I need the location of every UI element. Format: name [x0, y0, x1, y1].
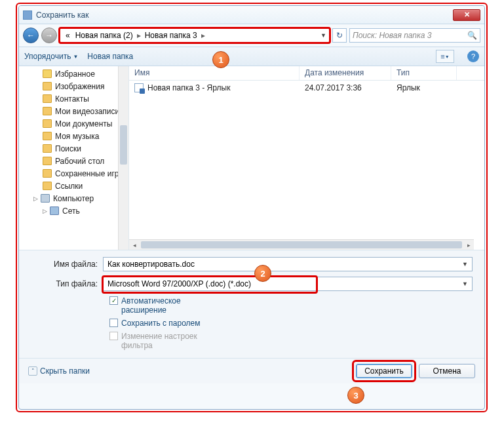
- breadcrumb-part[interactable]: Новая папка 3: [142, 31, 200, 40]
- sidebar-item-favorites[interactable]: Избранное: [19, 68, 128, 80]
- file-list: Имя Дата изменения Тип Новая папка 3 - Я…: [129, 66, 484, 250]
- column-type[interactable]: Тип: [391, 66, 457, 80]
- shortcut-icon: [134, 83, 144, 92]
- refresh-button[interactable]: ↻: [332, 28, 347, 43]
- sidebar-item-music[interactable]: Моя музыка: [19, 130, 128, 142]
- sidebar-item-desktop[interactable]: Рабочий стол: [19, 155, 128, 167]
- filetype-select[interactable]: Microsoft Word 97/2000/XP (.doc) (*.doc)…: [103, 277, 473, 291]
- footer: ˄ Скрыть папки Сохранить Отмена: [19, 358, 484, 383]
- dropdown-icon[interactable]: ▼: [462, 261, 468, 267]
- sidebar-item-contacts[interactable]: Контакты: [19, 92, 128, 105]
- filename-input[interactable]: Как конвертировать.doc ▼: [103, 257, 473, 271]
- save-as-dialog: Сохранить как ✕ ← → « Новая папка (2) ▸ …: [18, 5, 485, 410]
- chevron-right-icon: ▸: [136, 31, 142, 40]
- folder-icon: [43, 119, 52, 128]
- toolbar: Упорядочить▼ Новая папка ≡ ▼ ?: [19, 47, 484, 66]
- search-icon: 🔍: [467, 31, 477, 40]
- sidebar-item-network[interactable]: ▷Сеть: [19, 205, 128, 217]
- star-icon: [43, 69, 52, 78]
- horizontal-scrollbar[interactable]: ◂ ▸: [129, 239, 474, 250]
- folder-icon: [43, 157, 52, 165]
- chevron-up-icon: ˄: [28, 366, 37, 376]
- sidebar-item-searches[interactable]: Поиски: [19, 142, 128, 155]
- save-password-checkbox[interactable]: Сохранить с паролем: [109, 319, 473, 328]
- titlebar: Сохранить как ✕: [19, 6, 484, 24]
- folder-icon: [43, 169, 52, 178]
- sidebar-scrollbar[interactable]: [118, 66, 128, 250]
- breadcrumb-dropdown-icon[interactable]: ▼: [320, 32, 326, 39]
- sidebar-item-videos[interactable]: Мои видеозаписи: [19, 105, 128, 117]
- folder-icon: [43, 94, 52, 103]
- cancel-button[interactable]: Отмена: [419, 364, 475, 378]
- search-input[interactable]: Поиск: Новая папка 3 🔍: [349, 28, 480, 43]
- expand-icon[interactable]: ▷: [43, 208, 47, 214]
- sidebar-item-links[interactable]: Ссылки: [19, 180, 128, 192]
- sidebar-item-saved-games[interactable]: Сохраненные игр: [19, 167, 128, 180]
- computer-icon: [41, 194, 50, 203]
- annotation-badge-1: 1: [212, 51, 229, 68]
- hide-folders-button[interactable]: ˄ Скрыть папки: [28, 366, 90, 376]
- column-date[interactable]: Дата изменения: [300, 66, 391, 80]
- column-name[interactable]: Имя: [129, 66, 300, 80]
- dropdown-icon[interactable]: ▼: [462, 281, 468, 287]
- breadcrumb-part[interactable]: Новая папка (2): [73, 31, 136, 40]
- scrollbar-thumb[interactable]: [120, 125, 127, 165]
- sidebar: Избранное Изображения Контакты Мои видео…: [19, 66, 129, 250]
- sidebar-item-computer[interactable]: ▷Компьютер: [19, 192, 128, 205]
- app-icon: [23, 10, 32, 20]
- sidebar-item-documents[interactable]: Мои документы: [19, 117, 128, 130]
- breadcrumb-prefix: «: [63, 31, 73, 40]
- annotation-badge-2: 2: [254, 265, 271, 282]
- help-button[interactable]: ?: [467, 50, 479, 62]
- form-area: Имя файла: Как конвертировать.doc ▼ Тип …: [19, 250, 484, 358]
- new-folder-button[interactable]: Новая папка: [87, 52, 133, 61]
- file-date: 24.07.2017 3:36: [305, 83, 397, 92]
- search-placeholder: Поиск: Новая папка 3: [353, 31, 431, 40]
- network-icon: [50, 206, 59, 215]
- main-area: Избранное Изображения Контакты Мои видео…: [19, 66, 484, 250]
- filename-label: Имя файла:: [31, 260, 103, 269]
- folder-icon: [43, 144, 52, 153]
- scrollbar-thumb[interactable]: [141, 241, 462, 248]
- checkbox-icon: [109, 319, 118, 327]
- checkbox-icon: [109, 332, 118, 340]
- filter-settings-checkbox: Изменение настроек фильтра: [109, 332, 473, 350]
- filetype-label: Тип файла:: [31, 279, 103, 288]
- folder-icon: [43, 107, 52, 115]
- forward-button[interactable]: →: [41, 28, 57, 43]
- sidebar-item-images[interactable]: Изображения: [19, 80, 128, 92]
- folder-icon: [43, 82, 52, 90]
- file-list-header: Имя Дата изменения Тип: [129, 66, 484, 81]
- organize-button[interactable]: Упорядочить▼: [24, 52, 78, 61]
- file-name: Новая папка 3 - Ярлык: [147, 83, 305, 92]
- annotation-badge-3: 3: [347, 387, 364, 404]
- folder-icon: [43, 132, 52, 140]
- scroll-right-icon[interactable]: ▸: [463, 240, 474, 250]
- scroll-left-icon[interactable]: ◂: [129, 240, 140, 250]
- expand-icon[interactable]: ▷: [33, 195, 38, 202]
- close-button[interactable]: ✕: [453, 9, 480, 21]
- chevron-right-icon: ▸: [200, 31, 206, 40]
- folder-icon: [43, 182, 52, 190]
- breadcrumb[interactable]: « Новая папка (2) ▸ Новая папка 3 ▸ ▼: [60, 28, 330, 43]
- view-mode-button[interactable]: ≡ ▼: [436, 50, 454, 63]
- nav-bar: ← → « Новая папка (2) ▸ Новая папка 3 ▸ …: [19, 24, 484, 47]
- back-button[interactable]: ←: [23, 28, 39, 43]
- window-title: Сохранить как: [36, 10, 88, 20]
- checkbox-icon: ✓: [109, 296, 118, 305]
- auto-extension-checkbox[interactable]: ✓ Автоматическое расширение: [109, 296, 473, 315]
- save-button[interactable]: Сохранить: [356, 364, 412, 378]
- file-type: Ярлык: [397, 83, 420, 92]
- file-row[interactable]: Новая папка 3 - Ярлык 24.07.2017 3:36 Яр…: [129, 81, 484, 95]
